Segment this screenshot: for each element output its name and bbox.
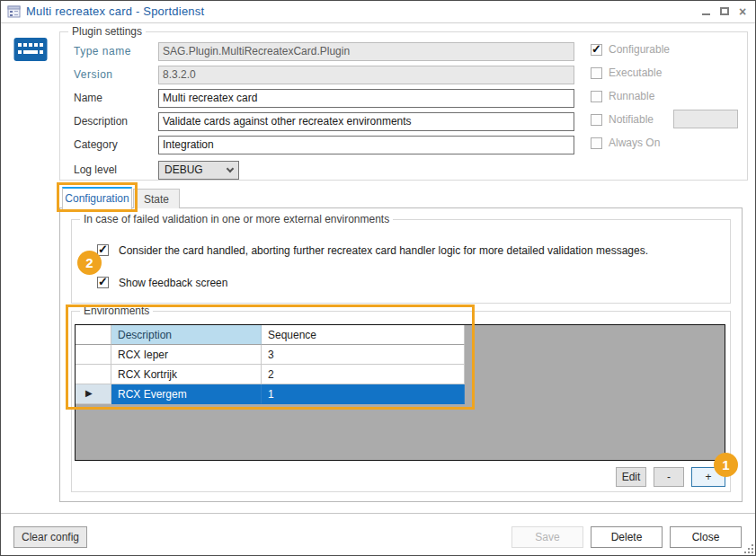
field-row-description: Description [74, 111, 574, 131]
log-level-label: Log level [74, 163, 158, 176]
close-dialog-button[interactable]: Close [670, 526, 742, 548]
grid-row-rcx-evergem[interactable]: ▶ RCX Evergem 1 [76, 384, 725, 404]
log-level-value: DEBUG [165, 163, 203, 176]
row-selector-current[interactable]: ▶ [76, 384, 111, 404]
cell-description[interactable]: RCX Ieper [111, 345, 262, 365]
type-name-field [158, 42, 574, 61]
name-label: Name [74, 92, 158, 104]
name-field[interactable] [158, 89, 574, 108]
title-bar: Multi recreatex card - Sportdienst × [1, 1, 755, 23]
flag-always-on: Always On [591, 137, 660, 149]
edit-button[interactable]: Edit [616, 467, 646, 487]
flag-executable: Executable [591, 67, 662, 79]
flag-runnable: Runnable [591, 91, 654, 102]
chevron-down-icon [227, 164, 234, 172]
notifiable-label: Notifiable [609, 114, 654, 126]
row-selector[interactable] [76, 365, 111, 384]
show-feedback-label: Show feedback screen [119, 277, 227, 289]
delete-button[interactable]: Delete [591, 526, 663, 548]
executable-label: Executable [609, 67, 662, 79]
minimize-button[interactable] [698, 4, 714, 20]
check-icon: ✓ [98, 275, 108, 288]
form-icon [7, 4, 22, 19]
window-title: Multi recreatex card - Sportdienst [26, 4, 204, 18]
field-row-category: Category [74, 135, 574, 154]
runnable-checkbox [591, 91, 602, 102]
clear-config-button[interactable]: Clear config [13, 526, 87, 548]
flag-notifiable: Notifiable [591, 114, 654, 126]
validation-group: In case of failed validation in one or m… [71, 219, 731, 304]
field-row-log-level: Log level DEBUG [74, 160, 574, 180]
resize-grip[interactable] [741, 539, 753, 553]
show-feedback-checkbox[interactable]: ✓ [97, 277, 109, 288]
save-button: Save [511, 526, 583, 548]
close-button[interactable]: × [734, 4, 751, 20]
cell-sequence[interactable]: 2 [262, 365, 465, 384]
description-field[interactable] [158, 112, 574, 131]
type-name-label: Type name [74, 45, 158, 57]
current-row-arrow-icon: ▶ [76, 384, 111, 398]
remove-button[interactable]: - [654, 467, 684, 487]
notifiable-checkbox [591, 114, 602, 126]
category-label: Category [74, 138, 158, 151]
cell-sequence[interactable]: 1 [262, 384, 465, 404]
category-field[interactable] [158, 136, 574, 154]
configurable-label: Configurable [609, 44, 670, 56]
option-consider-handled: ✓ Consider the card handled, aborting fu… [97, 244, 717, 257]
validation-group-label: In case of failed validation in one or m… [80, 213, 393, 225]
column-header-description[interactable]: Description [111, 325, 262, 345]
always-on-label: Always On [609, 137, 660, 149]
cell-description[interactable]: RCX Kortrijk [111, 365, 262, 384]
column-header-sequence[interactable]: Sequence [262, 325, 465, 345]
flag-configurable: ✓ Configurable [591, 44, 670, 56]
keyboard-icon [13, 37, 48, 62]
cell-description[interactable]: RCX Evergem [111, 384, 262, 404]
annotation-badge-1: 1 [714, 453, 738, 477]
maximize-button[interactable] [716, 4, 733, 20]
environments-grid: Description Sequence RCX Ieper 3 RCX Kor… [75, 324, 725, 461]
version-label: Version [74, 68, 158, 81]
row-selector[interactable] [76, 345, 111, 365]
check-icon: ✓ [98, 243, 108, 256]
environments-group-label: Environments [80, 304, 153, 317]
field-row-version: Version [74, 65, 574, 84]
tab-state[interactable]: State [133, 189, 180, 208]
description-label: Description [74, 115, 158, 128]
version-field [158, 66, 574, 84]
option-show-feedback: ✓ Show feedback screen [97, 277, 717, 289]
annotation-badge-2: 2 [77, 251, 102, 275]
grid-row-rcx-ieper[interactable]: RCX Ieper 3 [76, 345, 725, 365]
always-on-checkbox [591, 137, 602, 149]
field-row-name: Name [74, 88, 574, 108]
grid-header-row: Description Sequence [76, 325, 725, 345]
plugin-settings-group-label: Plugin settings [68, 25, 146, 38]
configurable-checkbox: ✓ [591, 44, 602, 56]
dialog-window: Multi recreatex card - Sportdienst × Plu… [0, 0, 756, 556]
cell-sequence[interactable]: 3 [262, 345, 465, 365]
tab-configuration[interactable]: Configuration [62, 187, 132, 209]
field-row-type-name: Type name [74, 41, 574, 61]
consider-handled-label: Consider the card handled, aborting furt… [119, 244, 648, 257]
footer-separator [1, 513, 756, 514]
log-level-dropdown[interactable]: DEBUG [158, 161, 239, 180]
notifiable-field [673, 110, 738, 128]
check-icon: ✓ [591, 42, 601, 56]
row-selector-header [76, 325, 111, 345]
executable-checkbox [591, 67, 602, 79]
runnable-label: Runnable [609, 91, 654, 102]
grid-row-rcx-kortrijk[interactable]: RCX Kortrijk 2 [76, 365, 725, 384]
